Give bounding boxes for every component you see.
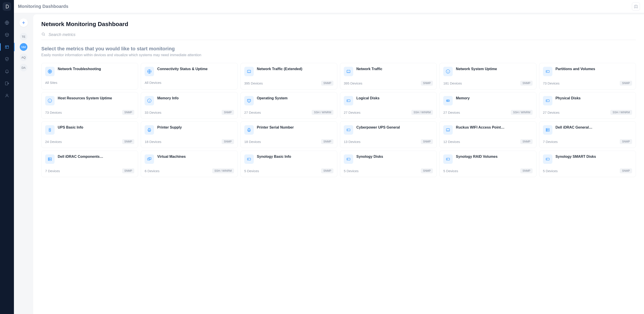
metric-card-count: 33 Devices (144, 111, 161, 114)
metric-card-title: Dell iDRAC General… (556, 125, 592, 130)
metric-card-count: 24 Devices (45, 140, 62, 144)
metric-card-badge: SNMP (620, 81, 632, 86)
metric-card[interactable]: Physical Disks27 DevicesSSH / WINRM (539, 92, 636, 119)
metric-card[interactable]: Cyberpower UPS General13 DevicesSNMP (340, 121, 437, 148)
memory-icon (443, 96, 453, 105)
port-icon (344, 67, 353, 76)
metric-card-count: 181 Devices (443, 81, 462, 85)
section-heading: Select the metrics that you would like t… (41, 46, 636, 52)
nav-exit-icon[interactable] (4, 81, 10, 86)
metric-card-badge: SNMP (321, 168, 334, 173)
metric-card[interactable]: Synology Basic Info5 DevicesSNMP (240, 151, 337, 177)
metric-card-count: 73 Devices (45, 111, 62, 114)
disk-icon (344, 125, 353, 135)
metric-card[interactable]: Partitions and Volumes73 DevicesSNMP (539, 63, 636, 90)
metric-card[interactable]: Synology RAID Volumes5 DevicesSNMP (440, 151, 536, 177)
metric-card-badge: SNMP (321, 139, 334, 144)
metric-card[interactable]: Network System Uptime181 DevicesSNMP (440, 63, 536, 90)
metric-card[interactable]: Logical Disks27 DevicesSSH / WINRM (340, 92, 437, 119)
metric-card-title: Synology Basic Info (257, 154, 291, 159)
metric-card-count: 27 Devices (543, 111, 560, 114)
nav-globe-icon[interactable] (4, 20, 10, 26)
search-row (41, 32, 636, 40)
printer-icon (244, 125, 254, 135)
metric-card[interactable]: Connectivity Status & UptimeAll Devices (141, 63, 238, 90)
metric-card[interactable]: Synology Disks5 DevicesSNMP (340, 151, 437, 177)
nav-cube-icon[interactable] (4, 32, 10, 38)
metric-card-badge: SNMP (222, 110, 234, 115)
metric-card[interactable]: Virtual Machines6 DevicesSSH / WINRM (141, 151, 238, 177)
docs-button[interactable] (632, 3, 640, 11)
search-input[interactable] (48, 32, 636, 37)
metric-card-badge: SNMP (520, 168, 532, 173)
metric-card-title: Network Traffic (Extended) (257, 67, 302, 72)
metric-card-title: Synology Disks (356, 154, 383, 159)
metric-card-badge: SNMP (122, 139, 134, 144)
nav-bell-icon[interactable] (4, 68, 10, 74)
sidebar-dashboard-pill[interactable]: NM (20, 43, 28, 51)
globe-icon (144, 67, 154, 76)
metric-card-title: Memory Info (157, 96, 178, 101)
port-icon (443, 125, 453, 135)
metric-card-title: Operating System (257, 96, 288, 101)
metric-card-title: Printer Serial Number (257, 125, 294, 130)
metric-card-badge: SSH / WINRM (511, 110, 532, 115)
metric-card[interactable]: Operating System27 DevicesSSH / WINRM (240, 92, 337, 119)
metric-card-badge: SNMP (122, 168, 134, 173)
disk-icon (244, 154, 254, 164)
metric-card[interactable]: Network Traffic395 DevicesSNMP (340, 63, 437, 90)
metric-card[interactable]: Dell iDRAC General…7 DevicesSNMP (539, 121, 636, 148)
sidebar-dashboard-pill[interactable]: AQ (20, 54, 28, 61)
os-icon (244, 96, 254, 105)
metric-card-count: 395 Devices (344, 81, 362, 85)
disk-icon (344, 154, 353, 164)
nav-user-icon[interactable] (4, 93, 10, 98)
metric-card[interactable]: Host Resources System Uptime73 DevicesSN… (41, 92, 138, 119)
sidebar-dashboard-pill[interactable]: TE (20, 33, 28, 41)
metric-card[interactable]: Memory27 DevicesSSH / WINRM (440, 92, 536, 119)
info-icon (45, 96, 54, 105)
metric-card[interactable]: UPS Basic Info24 DevicesSNMP (41, 121, 138, 148)
server-icon (45, 154, 54, 164)
app-logo[interactable] (3, 2, 11, 11)
metric-card-badge: SNMP (421, 81, 433, 86)
metric-card-title: Connectivity Status & Uptime (157, 67, 208, 72)
metric-card-count: 18 Devices (244, 140, 261, 144)
metric-card-badge: SSH / WINRM (610, 110, 632, 115)
metric-card[interactable]: Printer Serial Number18 DevicesSNMP (240, 121, 337, 148)
page-title: Monitoring Dashboards (18, 4, 68, 9)
metric-card-title: Ruckus WIFI Access Point… (456, 125, 504, 130)
metric-card[interactable]: Ruckus WIFI Access Point…12 DevicesSNMP (440, 121, 536, 148)
nav-dashboard-icon[interactable] (4, 44, 10, 50)
metric-card-title: Network System Uptime (456, 67, 497, 72)
server-icon (543, 125, 552, 135)
metric-card-count: 7 Devices (45, 169, 60, 173)
metric-card[interactable]: Network TroubleshootingAll Sites (41, 63, 138, 90)
add-dashboard-button[interactable]: + (19, 19, 28, 27)
disk-icon (543, 96, 552, 105)
metric-card[interactable]: Memory Info33 DevicesSNMP (141, 92, 238, 119)
dashboard-panel: Network Monitoring Dashboard Select the … (33, 14, 644, 314)
metric-card-badge: SNMP (421, 168, 433, 173)
disk-icon (543, 67, 552, 76)
printer-icon (144, 125, 154, 135)
dashboard-title: Network Monitoring Dashboard (41, 21, 636, 28)
metric-card-badge: SNMP (122, 110, 134, 115)
metric-card-title: Dell iDRAC Components… (58, 154, 103, 159)
metric-card-title: Cyberpower UPS General (356, 125, 400, 130)
metric-card-count: 18 Devices (144, 140, 161, 144)
disk-icon (543, 154, 552, 164)
search-icon (41, 32, 45, 37)
nav-shield-icon[interactable] (4, 56, 10, 62)
metric-card-count: 27 Devices (443, 111, 460, 114)
metric-card[interactable]: Synology SMART Disks5 DevicesSNMP (539, 151, 636, 177)
dashboard-sidebar: + TENMAQDA (14, 13, 33, 314)
metric-card-badge: SSH / WINRM (212, 168, 234, 173)
metric-card-title: Synology RAID Volumes (456, 154, 498, 159)
metric-card[interactable]: Dell iDRAC Components…7 DevicesSNMP (41, 151, 138, 177)
metric-card-title: Memory (456, 96, 470, 101)
port-icon (244, 67, 254, 76)
sidebar-dashboard-pill[interactable]: DA (20, 64, 28, 72)
metric-card[interactable]: Network Traffic (Extended)395 DevicesSNM… (240, 63, 337, 90)
metric-card[interactable]: Printer Supply18 DevicesSNMP (141, 121, 238, 148)
